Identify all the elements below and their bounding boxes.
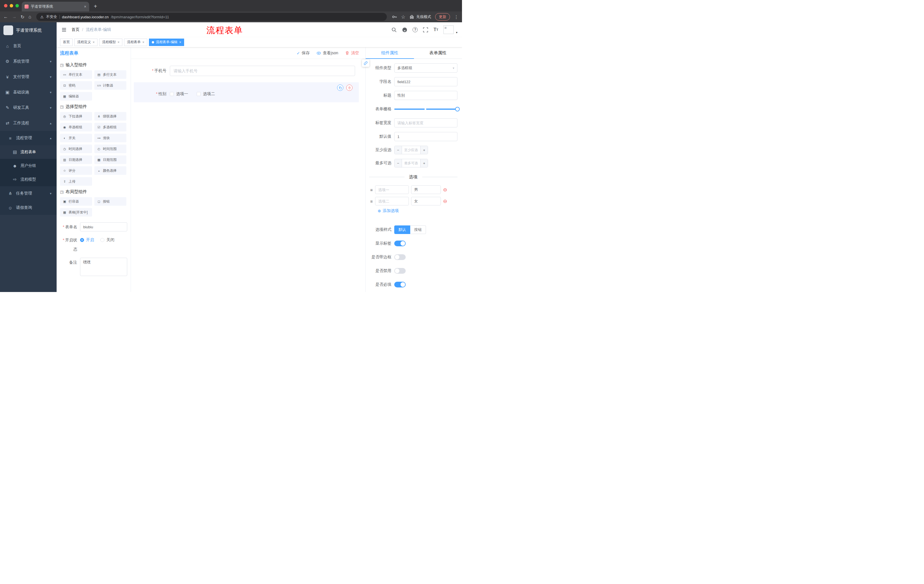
fullscreen-icon[interactable] bbox=[423, 27, 428, 33]
browser-tab[interactable]: 芋道管理系统 × bbox=[22, 2, 89, 12]
security-warning-icon[interactable]: ⚠ bbox=[40, 15, 44, 19]
palette-item-table[interactable]: ▦表格[开发中] bbox=[60, 208, 92, 217]
search-icon[interactable] bbox=[391, 27, 397, 33]
phone-field-row[interactable]: *手机号 bbox=[144, 66, 355, 76]
minus-button[interactable]: − bbox=[394, 159, 402, 167]
sidebar-item-leave-query[interactable]: ☺ 请假查询 bbox=[0, 201, 57, 215]
github-icon[interactable] bbox=[402, 27, 408, 33]
sidebar-item-process-form[interactable]: ▤ 流程表单 bbox=[0, 145, 57, 159]
palette-item-button[interactable]: ◻按钮 bbox=[94, 197, 126, 206]
user-avatar[interactable]: ▣ bbox=[444, 25, 454, 34]
disabled-toggle[interactable] bbox=[394, 268, 406, 274]
sidebar-item-task-management[interactable]: ⋔ 任务管理 ▾ bbox=[0, 186, 57, 201]
palette-item-slider[interactable]: ⊶滑块 bbox=[94, 134, 126, 142]
palette-item-cascader[interactable]: ⋔级联选择 bbox=[94, 112, 126, 120]
sidebar-item-payment-management[interactable]: ¥ 支付管理 ▾ bbox=[0, 69, 57, 85]
label-width-input[interactable] bbox=[394, 118, 457, 127]
drag-handle-icon[interactable]: ≡ bbox=[370, 199, 373, 204]
tag-home[interactable]: 首页 bbox=[60, 39, 73, 46]
update-button[interactable]: 更新 bbox=[435, 13, 450, 21]
remove-option-icon[interactable]: ⊖ bbox=[443, 199, 447, 204]
option1-value-input[interactable] bbox=[411, 186, 441, 194]
selected-field-block[interactable]: *性别 选项一 选项二 bbox=[134, 82, 359, 102]
option1-label-input[interactable] bbox=[375, 186, 409, 194]
option2-value-input[interactable] bbox=[411, 197, 441, 206]
remove-option-icon[interactable]: ⊖ bbox=[443, 188, 447, 192]
help-icon[interactable]: ? bbox=[412, 27, 418, 32]
status-off-radio[interactable]: 关闭 bbox=[101, 237, 114, 243]
sidebar-item-process-model[interactable]: ⇨ 流程模型 bbox=[0, 173, 57, 186]
close-icon[interactable]: × bbox=[142, 40, 144, 44]
sidebar-item-home[interactable]: ⌂ 首页 bbox=[0, 38, 57, 54]
gender-option1-checkbox[interactable]: 选项一 bbox=[170, 91, 188, 97]
window-minimize-button[interactable] bbox=[10, 4, 13, 7]
breadcrumb-home[interactable]: 首页 bbox=[71, 27, 79, 32]
show-label-toggle[interactable] bbox=[394, 240, 406, 246]
clear-button[interactable]: 清空 bbox=[345, 51, 359, 56]
tab-form-props[interactable]: 表单属性 bbox=[414, 48, 462, 59]
style-default-button[interactable]: 默认 bbox=[394, 225, 410, 234]
grid-slider[interactable] bbox=[394, 105, 457, 114]
palette-item-checkbox-group[interactable]: ☑多选框组 bbox=[94, 123, 126, 132]
plus-button[interactable]: + bbox=[420, 159, 428, 167]
phone-input[interactable] bbox=[170, 66, 355, 76]
form-name-input[interactable] bbox=[80, 222, 127, 232]
required-toggle[interactable] bbox=[394, 282, 406, 288]
browser-menu-icon[interactable]: ⋮ bbox=[454, 14, 459, 20]
status-on-radio[interactable]: 开启 bbox=[80, 237, 94, 243]
sidebar-item-user-group[interactable]: ☻ 用户分组 bbox=[0, 159, 57, 173]
bookmark-star-icon[interactable]: ☆ bbox=[401, 14, 405, 20]
add-option-button[interactable]: ⊕ 添加选项 bbox=[378, 208, 457, 214]
palette-item-editor[interactable]: ▦编辑器 bbox=[60, 92, 92, 100]
close-icon[interactable]: × bbox=[92, 40, 95, 44]
title-input[interactable] bbox=[394, 91, 457, 100]
palette-item-color-picker[interactable]: ◒颜色选择 bbox=[94, 166, 126, 175]
tag-process-definition[interactable]: 流程定义 × bbox=[74, 39, 97, 46]
view-json-button[interactable]: 查看json bbox=[317, 51, 338, 56]
style-button-button[interactable]: 按钮 bbox=[410, 225, 426, 234]
sidebar-item-system-management[interactable]: ⚙ 系统管理 ▾ bbox=[0, 54, 57, 69]
palette-item-switch[interactable]: ◐开关 bbox=[60, 134, 92, 142]
password-key-icon[interactable] bbox=[392, 14, 397, 20]
address-bar[interactable]: ⚠ 不安全 dashboard.yudao.iocoder.cn/bpm/man… bbox=[36, 13, 387, 21]
palette-item-counter[interactable]: 123计数器 bbox=[94, 81, 126, 90]
tab-close-icon[interactable]: × bbox=[84, 4, 86, 9]
sidebar-item-dev-tools[interactable]: ✎ 研发工具 ▾ bbox=[0, 100, 57, 115]
palette-item-textarea[interactable]: ▤多行文本 bbox=[94, 70, 126, 79]
drag-handle-icon[interactable]: ≡ bbox=[370, 188, 373, 192]
palette-item-row-container[interactable]: ▣行容器 bbox=[60, 197, 92, 206]
min-select-value[interactable]: 至少应选 bbox=[402, 146, 420, 154]
tag-process-form[interactable]: 流程表单 × bbox=[124, 39, 147, 46]
back-button[interactable]: ← bbox=[3, 14, 8, 20]
tab-component-props[interactable]: 组件属性 bbox=[366, 48, 414, 59]
sidebar-item-infrastructure[interactable]: ▣ 基础设施 ▾ bbox=[0, 85, 57, 100]
minus-button[interactable]: − bbox=[394, 146, 402, 154]
new-tab-button[interactable]: + bbox=[94, 3, 97, 10]
link-icon[interactable] bbox=[362, 59, 370, 67]
palette-item-rate[interactable]: ☆评分 bbox=[60, 166, 92, 175]
default-value-input[interactable] bbox=[394, 132, 457, 141]
palette-item-upload[interactable]: ⇪上传 bbox=[60, 177, 92, 186]
browser-home-button[interactable]: ⌂ bbox=[28, 14, 31, 20]
palette-item-password[interactable]: ⊡密码 bbox=[60, 81, 92, 90]
window-close-button[interactable] bbox=[4, 4, 7, 7]
field-name-input[interactable] bbox=[394, 77, 457, 86]
plus-button[interactable]: + bbox=[420, 146, 428, 154]
forward-button[interactable]: → bbox=[12, 14, 16, 20]
palette-item-time-range[interactable]: ◴时间范围 bbox=[94, 145, 126, 153]
form-remark-textarea[interactable]: 嘿嘿 bbox=[80, 258, 127, 276]
border-toggle[interactable] bbox=[394, 254, 406, 260]
palette-item-radio-group[interactable]: ◉单选框组 bbox=[60, 123, 92, 132]
sidebar-item-workflow[interactable]: ⇄ 工作流程 ▴ bbox=[0, 115, 57, 131]
palette-item-date-range[interactable]: ▩日期范围 bbox=[94, 155, 126, 164]
window-zoom-button[interactable] bbox=[15, 4, 19, 7]
slider-handle[interactable] bbox=[455, 107, 460, 112]
tag-process-form-edit[interactable]: 流程表单-编辑 × bbox=[149, 39, 184, 46]
tag-process-model[interactable]: 流程模型 × bbox=[99, 39, 122, 46]
palette-item-date-picker[interactable]: ▥日期选择 bbox=[60, 155, 92, 164]
save-button[interactable]: ✓ 保存 bbox=[297, 51, 310, 56]
close-icon[interactable]: × bbox=[179, 40, 181, 44]
close-icon[interactable]: × bbox=[117, 40, 119, 44]
option2-label-input[interactable] bbox=[375, 197, 409, 206]
gender-field-row[interactable]: *性别 选项一 选项二 bbox=[144, 91, 355, 97]
